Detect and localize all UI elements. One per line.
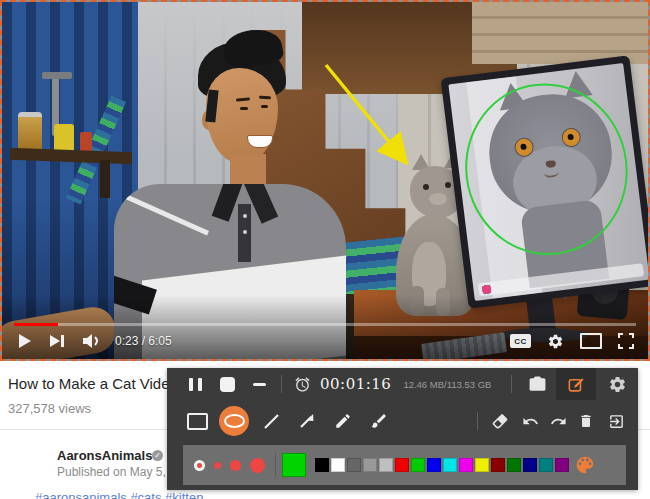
color-palette: [315, 458, 569, 472]
recorder-row-controls: 00:01:16 12.46 MB/113.53 GB: [167, 368, 638, 400]
channel-name[interactable]: AaronsAnimals: [57, 448, 152, 463]
line-tool-button[interactable]: [253, 400, 289, 442]
volume-button[interactable]: [83, 334, 101, 348]
recording-region[interactable]: 0:23 / 6:05 CC: [0, 0, 650, 361]
current-color-swatch[interactable]: [282, 453, 306, 477]
redo-button[interactable]: [544, 400, 572, 442]
brush-size-medium[interactable]: [230, 460, 241, 471]
palette-more-colors-button[interactable]: [569, 445, 601, 485]
monitor-screen: [448, 63, 649, 301]
cat-eye: [423, 184, 429, 190]
color-swatch[interactable]: [491, 458, 505, 472]
time-display: 0:23 / 6:05: [115, 334, 172, 348]
man-eye: [240, 107, 248, 110]
brush-tool-button[interactable]: [361, 400, 397, 442]
polo-button: [243, 214, 247, 218]
color-swatch[interactable]: [555, 458, 569, 472]
pause-button[interactable]: [179, 368, 211, 400]
color-swatch[interactable]: [331, 458, 345, 472]
view-count: 327,578 views: [8, 401, 91, 416]
polo-button: [243, 230, 247, 234]
scene-jar: [54, 124, 74, 152]
dock-icon: [482, 284, 491, 293]
color-swatch[interactable]: [411, 458, 425, 472]
screenshot-camera-button[interactable]: [518, 368, 556, 400]
video-title: How to Make a Cat Video: [8, 375, 178, 392]
captions-button[interactable]: CC: [510, 334, 531, 348]
separator: [511, 375, 512, 393]
color-swatch[interactable]: [475, 458, 489, 472]
recorder-settings-button[interactable]: [596, 368, 638, 400]
cat-muzzle: [429, 193, 447, 205]
brush-size-smallest-selected[interactable]: [194, 460, 205, 471]
alarm-clock-icon: [288, 368, 316, 400]
man-eye: [261, 105, 268, 108]
ellipse-tool-button-selected[interactable]: [219, 406, 249, 436]
scene-shelf-bracket: [100, 160, 110, 198]
play-button[interactable]: [18, 333, 32, 349]
next-button[interactable]: [50, 334, 65, 348]
stop-button[interactable]: [211, 368, 243, 400]
recorder-row-tools: [167, 400, 638, 442]
rectangle-tool-button[interactable]: [179, 400, 215, 442]
exit-button[interactable]: [600, 400, 632, 442]
delete-button[interactable]: [572, 400, 600, 442]
polo-shoulder-stripe: [123, 194, 209, 236]
color-swatch[interactable]: [459, 458, 473, 472]
edit-annotate-button[interactable]: [556, 368, 596, 400]
monitor: [441, 55, 650, 308]
description-links[interactable]: #aaronsanimals #cats #kitten: [35, 490, 435, 499]
progress-bar[interactable]: [14, 323, 636, 326]
fullscreen-button[interactable]: [618, 333, 634, 349]
color-swatch[interactable]: [443, 458, 457, 472]
pencil-tool-button[interactable]: [325, 400, 361, 442]
player-controls: 0:23 / 6:05 CC: [18, 328, 634, 354]
color-swatch[interactable]: [379, 458, 393, 472]
recorder-row-palette: [183, 445, 626, 485]
color-swatch[interactable]: [347, 458, 361, 472]
separator: [275, 453, 276, 477]
screen: 0:23 / 6:05 CC How to Make a Cat Video 3…: [0, 0, 650, 499]
color-swatch[interactable]: [507, 458, 521, 472]
undo-button[interactable]: [516, 400, 544, 442]
storage-usage: 12.46 MB/113.53 GB: [403, 379, 491, 390]
theater-mode-button[interactable]: [580, 333, 602, 349]
color-swatch[interactable]: [427, 458, 441, 472]
player-settings-icon[interactable]: [547, 333, 564, 350]
recording-timer: 00:01:16: [320, 375, 391, 393]
scene-jar: [18, 112, 42, 152]
separator: [477, 412, 478, 430]
arrow-tool-button[interactable]: [289, 400, 325, 442]
color-swatch[interactable]: [523, 458, 537, 472]
color-swatch[interactable]: [395, 458, 409, 472]
color-swatch[interactable]: [315, 458, 329, 472]
separator: [281, 375, 282, 393]
verified-badge-icon: ✓: [152, 450, 163, 461]
cat-eye: [445, 182, 451, 188]
color-swatch[interactable]: [539, 458, 553, 472]
minimize-button[interactable]: [243, 368, 275, 400]
color-swatch[interactable]: [363, 458, 377, 472]
eraser-button[interactable]: [484, 400, 516, 442]
scene-wood-planks: [472, 2, 648, 64]
recorder-toolbar: 00:01:16 12.46 MB/113.53 GB: [167, 368, 638, 490]
scene-pipe-elbow: [42, 72, 72, 79]
brush-size-small[interactable]: [214, 462, 221, 469]
scene-jar: [80, 132, 92, 152]
brush-size-large[interactable]: [250, 458, 265, 473]
arrow-annotation: [320, 60, 430, 182]
progress-played: [14, 323, 58, 326]
